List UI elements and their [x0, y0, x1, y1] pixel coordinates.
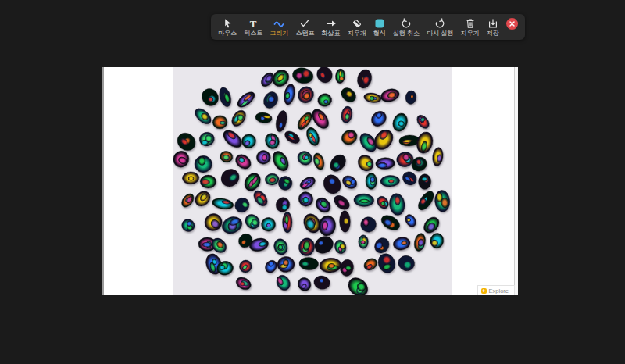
tool-redo[interactable]: 다시 실행	[427, 17, 453, 37]
tool-clear-label: 지우기	[461, 30, 480, 37]
trash-icon	[465, 17, 476, 29]
tool-undo[interactable]: 실행 취소	[393, 17, 420, 37]
shared-content-panel: ✚ Explore	[102, 67, 518, 295]
tool-save-label: 저장	[487, 30, 499, 37]
text-icon: T	[248, 17, 259, 29]
mouse-cursor-icon	[222, 17, 233, 29]
panel-scrollbar[interactable]	[514, 67, 518, 295]
opal-photo-svg	[173, 67, 452, 295]
tool-arrow[interactable]: 화살표	[322, 17, 341, 37]
annotation-toolbar: 마우스 T 텍스트 그리기 스탬프 화살표 지우개 형식	[211, 14, 525, 40]
tool-eraser[interactable]: 지우개	[348, 17, 366, 37]
tool-save[interactable]: 저장	[487, 17, 499, 37]
stamp-check-icon	[299, 17, 310, 29]
tool-stamp-label: 스탬프	[295, 30, 314, 37]
explore-chip[interactable]: ✚ Explore	[477, 285, 515, 295]
tool-undo-label: 실행 취소	[393, 30, 420, 37]
explore-chip-icon: ✚	[481, 288, 487, 294]
format-swatch-icon	[374, 17, 385, 29]
redo-icon	[434, 17, 445, 29]
explore-chip-label: Explore	[489, 287, 509, 294]
tool-eraser-label: 지우개	[348, 30, 366, 37]
draw-squiggle-icon	[273, 17, 284, 29]
opal-photo	[173, 67, 452, 295]
close-icon	[509, 21, 515, 27]
save-icon	[488, 17, 498, 29]
tool-draw-label: 그리기	[270, 30, 288, 37]
screen-share-view: { "page": { "background": "#1b1b1b" }, "…	[0, 0, 625, 364]
tool-format-label: 형식	[373, 30, 386, 37]
tool-mouse[interactable]: 마우스	[218, 17, 237, 37]
tool-text-label: 텍스트	[244, 30, 262, 37]
tool-draw[interactable]: 그리기	[270, 17, 288, 37]
tool-redo-label: 다시 실행	[427, 30, 453, 37]
svg-text:T: T	[250, 18, 257, 29]
eraser-icon	[352, 17, 362, 29]
undo-icon	[401, 17, 412, 29]
close-annotation-button[interactable]	[506, 18, 518, 30]
tool-clear[interactable]: 지우기	[461, 17, 480, 37]
arrow-icon	[326, 17, 337, 29]
tool-text[interactable]: T 텍스트	[244, 17, 262, 37]
tool-arrow-label: 화살표	[322, 30, 341, 37]
tool-mouse-label: 마우스	[218, 30, 237, 37]
tool-format[interactable]: 형식	[373, 17, 386, 37]
tool-stamp[interactable]: 스탬프	[295, 17, 314, 37]
